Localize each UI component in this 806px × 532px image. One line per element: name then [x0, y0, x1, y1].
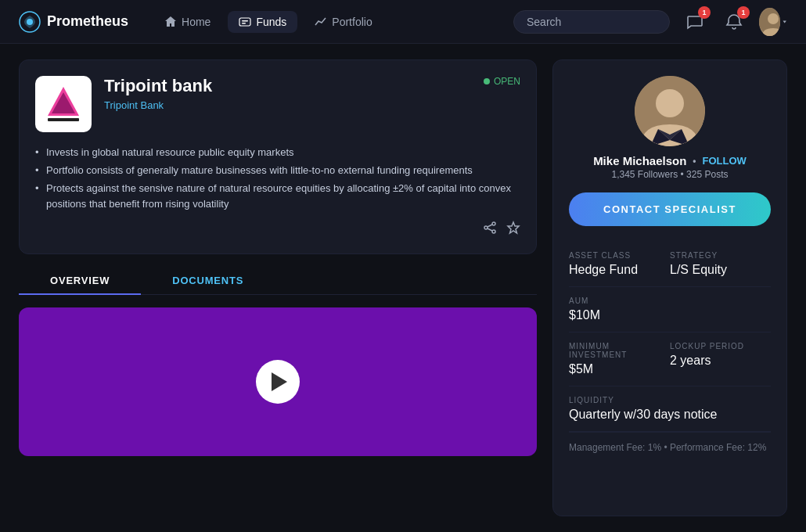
- svg-point-18: [656, 89, 684, 117]
- fund-header: Tripoint bank Tripoint Bank OPEN: [35, 76, 520, 132]
- min-investment-label: MINIMUM INVESTMENT: [569, 342, 670, 359]
- star-icon[interactable]: [506, 221, 520, 238]
- open-dot: [484, 78, 490, 84]
- specialist-name-row: Mike Michaelson • FOLLOW: [593, 154, 747, 167]
- video-player[interactable]: [19, 307, 537, 456]
- svg-rect-3: [242, 20, 248, 22]
- logo[interactable]: Prometheus: [19, 11, 128, 33]
- asset-class-cell: ASSET CLASS Hedge Fund: [569, 242, 670, 287]
- tab-documents-label: DOCUMENTS: [172, 275, 243, 286]
- strategy-value: L/S Equity: [670, 263, 771, 277]
- svg-rect-10: [48, 118, 79, 121]
- nav-portfolio-label: Portfolio: [332, 16, 372, 28]
- specialist-meta: 1,345 Followers • 325 Posts: [612, 169, 729, 180]
- fee-row: Management Fee: 1% • Performance Fee: 12…: [569, 432, 771, 453]
- lockup-cell: LOCKUP PERIOD 2 years: [670, 332, 771, 386]
- lockup-label: LOCKUP PERIOD: [670, 342, 771, 350]
- fund-actions: [35, 221, 520, 238]
- avatar: [635, 76, 705, 146]
- contact-specialist-button[interactable]: CONTACT SPECIALIST: [569, 192, 771, 226]
- liquidity-label: LIQUIDITY: [569, 396, 771, 404]
- messages-button[interactable]: 1: [681, 8, 709, 36]
- aum-value: $10M: [569, 308, 771, 322]
- nav-funds-label: Funds: [256, 16, 286, 28]
- svg-point-13: [484, 226, 488, 229]
- message-badge: 1: [698, 6, 711, 19]
- asset-class-label: ASSET CLASS: [569, 251, 670, 260]
- nav-right: 1 1: [513, 8, 787, 36]
- fund-name: Tripoint bank: [104, 76, 471, 96]
- fund-bullets: Invests in global natural resource publi…: [35, 145, 520, 213]
- fund-bullet-3: Protects against the sensive nature of n…: [35, 181, 520, 214]
- app-name: Prometheus: [47, 13, 128, 30]
- details-grid: ASSET CLASS Hedge Fund STRATEGY L/S Equi…: [569, 242, 771, 453]
- strategy-cell: STRATEGY L/S Equity: [670, 242, 771, 287]
- notification-badge: 1: [737, 6, 750, 19]
- svg-marker-16: [508, 222, 519, 233]
- svg-line-14: [488, 225, 492, 227]
- play-icon: [272, 372, 287, 391]
- svg-point-6: [768, 13, 779, 24]
- svg-point-1: [27, 19, 33, 25]
- name-separator: •: [693, 156, 696, 167]
- open-badge: OPEN: [484, 76, 520, 87]
- notifications-button[interactable]: 1: [720, 8, 748, 36]
- posts-count: 325 Posts: [686, 169, 728, 180]
- tab-documents[interactable]: DOCUMENTS: [141, 267, 275, 294]
- share-icon[interactable]: [483, 221, 497, 238]
- min-investment-cell: MINIMUM INVESTMENT $5M: [569, 332, 670, 386]
- left-panel: Tripoint bank Tripoint Bank OPEN Invests…: [19, 59, 537, 516]
- lockup-value: 2 years: [670, 354, 771, 368]
- svg-line-15: [488, 228, 492, 231]
- svg-point-12: [492, 230, 495, 233]
- play-button[interactable]: [256, 360, 300, 404]
- tabs: OVERVIEW DOCUMENTS: [19, 267, 537, 295]
- specialist-header: Mike Michaelson • FOLLOW 1,345 Followers…: [569, 76, 771, 180]
- fund-bullet-1: Invests in global natural resource publi…: [35, 145, 520, 161]
- tab-overview-label: OVERVIEW: [50, 275, 110, 286]
- fee-text: Management Fee: 1% • Performance Fee: 12…: [569, 442, 766, 453]
- fund-logo: [35, 76, 92, 132]
- asset-class-value: Hedge Fund: [569, 263, 670, 277]
- nav-links: Home Funds Portfolio: [153, 11, 488, 33]
- right-panel: Mike Michaelson • FOLLOW 1,345 Followers…: [552, 59, 787, 516]
- user-menu[interactable]: [759, 8, 787, 36]
- svg-rect-2: [239, 18, 250, 26]
- followers-count: 1,345 Followers: [612, 169, 678, 180]
- specialist-name: Mike Michaelson: [593, 154, 686, 167]
- follow-button[interactable]: FOLLOW: [703, 155, 747, 167]
- main-content: Tripoint bank Tripoint Bank OPEN Invests…: [0, 44, 806, 532]
- navbar: Prometheus Home Funds Portfolio 1: [0, 0, 806, 44]
- search-input[interactable]: [513, 10, 670, 34]
- svg-rect-4: [242, 23, 246, 24]
- meta-separator: •: [681, 169, 687, 180]
- aum-cell: AUM $10M: [569, 287, 771, 332]
- nav-home-label: Home: [182, 16, 210, 28]
- tab-overview[interactable]: OVERVIEW: [19, 267, 141, 294]
- fund-info: Tripoint bank Tripoint Bank: [104, 76, 471, 111]
- nav-portfolio[interactable]: Portfolio: [304, 11, 383, 33]
- liquidity-cell: LIQUIDITY Quarterly w/30 days notice: [569, 386, 771, 432]
- strategy-label: STRATEGY: [670, 251, 771, 260]
- nav-funds[interactable]: Funds: [228, 11, 297, 33]
- fund-card: Tripoint bank Tripoint Bank OPEN Invests…: [19, 59, 537, 254]
- svg-point-11: [492, 222, 495, 225]
- liquidity-value: Quarterly w/30 days notice: [569, 408, 771, 422]
- fund-bullet-2: Portfolio consists of generally mature b…: [35, 163, 520, 179]
- min-investment-value: $5M: [569, 362, 670, 376]
- open-label: OPEN: [494, 76, 520, 87]
- nav-home[interactable]: Home: [153, 11, 221, 33]
- fund-subtitle: Tripoint Bank: [104, 99, 471, 111]
- aum-label: AUM: [569, 297, 771, 305]
